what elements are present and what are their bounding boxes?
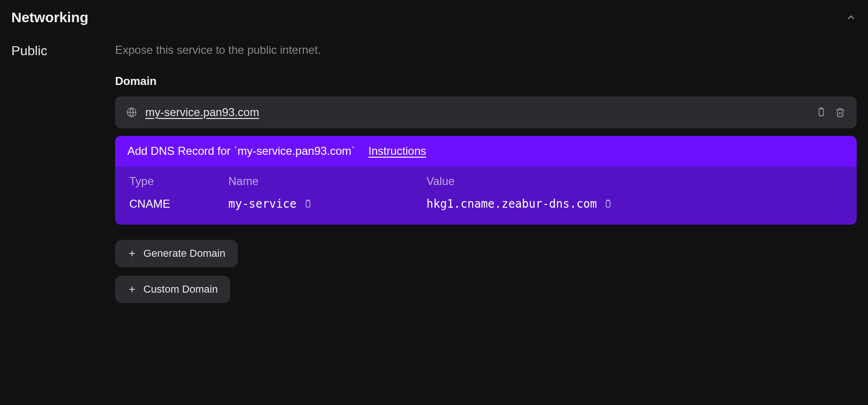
clipboard-icon xyxy=(603,199,613,209)
dns-record-type: CNAME xyxy=(129,197,228,211)
domain-field-label: Domain xyxy=(115,75,857,88)
dns-prompt-prefix: Add DNS Record for xyxy=(127,144,234,157)
plus-icon xyxy=(127,285,137,294)
section-title: Networking xyxy=(11,9,88,25)
dns-panel-body: Type Name Value CNAME my-service xyxy=(115,166,857,225)
dns-record-value-cell: hkg1.cname.zeabur-dns.com xyxy=(426,197,843,211)
dns-record-value: hkg1.cname.zeabur-dns.com xyxy=(426,197,597,211)
globe-icon xyxy=(126,107,137,118)
dns-record-name-cell: my-service xyxy=(228,197,426,211)
public-label: Public xyxy=(11,43,104,59)
copy-domain-button[interactable] xyxy=(816,107,826,118)
svg-rect-2 xyxy=(819,109,823,116)
custom-domain-button[interactable]: Custom Domain xyxy=(115,276,230,303)
custom-domain-label: Custom Domain xyxy=(143,283,218,295)
dns-panel: Add DNS Record for `my-service.pan93.com… xyxy=(115,136,857,225)
clipboard-icon xyxy=(816,107,826,118)
dns-prompt: Add DNS Record for `my-service.pan93.com… xyxy=(127,144,355,158)
trash-icon xyxy=(835,107,845,118)
generate-domain-label: Generate Domain xyxy=(143,247,225,260)
domain-row: my-service.pan93.com xyxy=(115,96,857,128)
collapse-toggle[interactable] xyxy=(845,12,857,23)
section-header: Networking xyxy=(11,9,857,25)
svg-rect-4 xyxy=(606,201,610,207)
dns-col-type: Type xyxy=(129,175,228,188)
copy-dns-value-button[interactable] xyxy=(603,199,613,209)
generate-domain-button[interactable]: Generate Domain xyxy=(115,240,238,267)
dns-col-value: Value xyxy=(426,175,843,188)
domain-link[interactable]: my-service.pan93.com xyxy=(145,106,808,119)
chevron-up-icon xyxy=(845,12,857,23)
clipboard-icon xyxy=(303,199,313,209)
dns-col-name: Name xyxy=(228,175,426,188)
dns-record-name: my-service xyxy=(228,197,297,211)
dns-prompt-domain: `my-service.pan93.com` xyxy=(234,144,355,157)
dns-instructions-link[interactable]: Instructions xyxy=(368,144,426,158)
svg-rect-3 xyxy=(306,201,309,207)
public-description: Expose this service to the public intern… xyxy=(115,43,857,57)
dns-panel-header: Add DNS Record for `my-service.pan93.com… xyxy=(115,136,857,166)
copy-dns-name-button[interactable] xyxy=(303,199,313,209)
plus-icon xyxy=(127,249,137,258)
delete-domain-button[interactable] xyxy=(835,107,845,118)
